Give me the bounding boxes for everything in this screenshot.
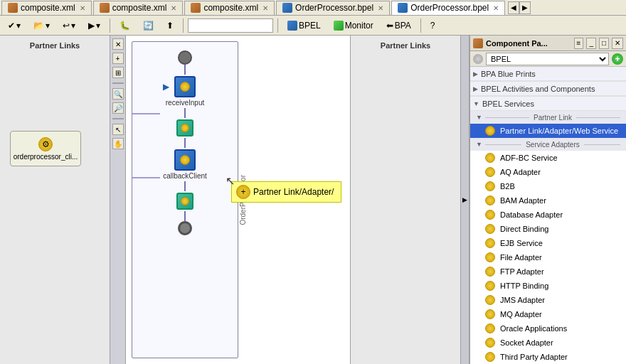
save-btn[interactable]: ✔ ▾ <box>3 18 26 33</box>
item-partner-link-web-service-icon <box>484 125 496 136</box>
tab-scroll-right[interactable]: ▶ <box>519 1 531 14</box>
flow-line-1 <box>184 65 186 75</box>
item-partner-link-web-service[interactable]: Partner Link/Adapter/Web Service <box>470 124 626 138</box>
save-dropdown[interactable]: ▾ <box>16 21 21 31</box>
tab-orderprocessor-1[interactable]: OrderProcessor.bpel ✕ <box>276 1 390 15</box>
assign2-activity[interactable] <box>176 193 193 210</box>
item-ftp-icon <box>484 266 496 277</box>
composite-icon-3 <box>191 3 201 13</box>
help-btn[interactable]: ? <box>425 18 440 33</box>
bpel-btn[interactable]: BPEL <box>282 18 326 33</box>
assign-gear <box>181 124 189 132</box>
tab-close-3[interactable]: ✕ <box>262 4 268 12</box>
item-ftp-label: FTP Adapter <box>500 267 544 276</box>
item-third-party-adapter[interactable]: Third Party Adapter <box>470 350 626 364</box>
run-dropdown[interactable]: ▾ <box>96 21 100 31</box>
monitor-btn[interactable]: Monitor <box>329 18 378 33</box>
canvas-fit-btn[interactable]: ⊞ <box>112 67 124 78</box>
toolbar-sep-2 <box>183 18 184 33</box>
canvas-zoom-out[interactable]: 🔎 <box>112 102 124 114</box>
start-event <box>178 50 192 65</box>
subsection-partner-link-arrow: ▼ <box>476 114 482 121</box>
collapse-arrow: ▶ <box>462 196 467 203</box>
refresh-btn[interactable]: 🔄 <box>138 18 159 33</box>
undo-btn[interactable]: ↩ ▾ <box>58 18 80 33</box>
item-ejb-service[interactable]: EJB Service <box>470 236 626 250</box>
item-http-binding[interactable]: HTTP Binding <box>470 279 626 293</box>
callback-activity[interactable]: callbackClient <box>163 149 207 180</box>
palette-close-btn[interactable]: ✕ <box>612 38 623 49</box>
item-adf-bc-label: ADF-BC Service <box>500 154 558 162</box>
item-partner-link-web-service-label: Partner Link/Adapter/Web Service <box>500 127 618 135</box>
item-oracle-applications[interactable]: Oracle Applications <box>470 321 626 336</box>
component-tree[interactable]: ▶ BPA Blue Prints ▶ BPEL Activities and … <box>470 67 626 364</box>
search-box[interactable] <box>188 18 273 33</box>
item-mq-adapter[interactable]: MQ Adapter <box>470 307 626 321</box>
tab-close-2[interactable]: ✕ <box>171 4 176 12</box>
section-bpel-services-header[interactable]: ▼ BPEL Services <box>470 97 626 111</box>
item-b2b[interactable]: B2B <box>470 179 626 193</box>
palette-dropdown[interactable]: BPEL <box>486 53 609 65</box>
section-bpa-header[interactable]: ▶ BPA Blue Prints <box>470 67 626 81</box>
tab-close-1[interactable]: ✕ <box>80 4 85 12</box>
subsection-service-adapters-label: Service Adapters <box>524 141 581 149</box>
item-aq-adapter[interactable]: AQ Adapter <box>470 165 626 179</box>
process-canvas[interactable]: ✕ + ⊞ 🔍 🔎 ↖ ✋ OrderProcessor <box>110 36 350 364</box>
debug-btn[interactable]: 🐛 <box>115 18 135 33</box>
item-third-party-icon <box>484 351 496 363</box>
item-ftp-adapter[interactable]: FTP Adapter <box>470 264 626 279</box>
partner-links-left: Partner Links ⚙ orderprocessor_cli... <box>0 36 110 364</box>
subsection-partner-link[interactable]: ▼ Partner Link <box>470 111 626 124</box>
canvas-sep-1 <box>112 82 124 84</box>
bpa-btn[interactable]: ⬅ BPA <box>381 18 416 33</box>
tab-composite-1[interactable]: composite.xml ✕ <box>1 1 92 15</box>
item-bam-adapter[interactable]: BAM Adapter <box>470 193 626 208</box>
undo-dropdown[interactable]: ▾ <box>71 21 75 31</box>
section-bpel-activities-arrow: ▶ <box>473 85 478 92</box>
tab-orderprocessor-2[interactable]: OrderProcessor.bpel ✕ <box>391 1 505 15</box>
item-adf-bc-service[interactable]: ADF-BC Service <box>470 151 626 165</box>
tab-composite-3[interactable]: composite.xml ✕ <box>184 1 275 15</box>
import-btn[interactable]: ⬆ <box>161 18 179 33</box>
callback-icon <box>174 149 196 171</box>
debug-icon: 🐛 <box>120 21 130 31</box>
tab-scroll-left[interactable]: ◀ <box>508 1 519 14</box>
search-input[interactable] <box>191 21 270 30</box>
tooltip-text: Partner Link/Adapter/ <box>253 187 334 197</box>
left-panel: Partner Links ⚙ orderprocessor_cli... ✕ … <box>0 36 469 364</box>
item-jms-adapter[interactable]: JMS Adapter <box>470 293 626 307</box>
canvas-zoom-in[interactable]: 🔍 <box>112 88 124 100</box>
tab-close-4[interactable]: ✕ <box>378 4 383 12</box>
toolbar-sep-1 <box>110 18 110 33</box>
item-database-adapter[interactable]: Database Adapter <box>470 208 626 222</box>
canvas-hand[interactable]: ✋ <box>112 138 124 149</box>
tab-close-5[interactable]: ✕ <box>493 4 499 12</box>
palette-menu-btn[interactable]: ≡ <box>574 38 584 49</box>
run-btn[interactable]: ▶ ▾ <box>83 18 105 33</box>
receive-activity[interactable]: ▶ receiveInput <box>166 76 204 107</box>
canvas-select[interactable]: ↖ <box>112 124 124 135</box>
subsection-divider-1 <box>485 117 529 118</box>
right-collapse-btn[interactable]: ▶ <box>460 36 469 364</box>
open-dropdown[interactable]: ▾ <box>46 21 50 31</box>
item-socket-adapter[interactable]: Socket Adapter <box>470 336 626 350</box>
palette-add-btn[interactable]: + <box>612 53 623 65</box>
open-btn[interactable]: 📂 ▾ <box>28 18 55 33</box>
item-jms-icon <box>484 294 496 306</box>
partner-node[interactable]: ⚙ orderprocessor_cli... <box>10 131 81 166</box>
item-aq-icon <box>484 166 496 178</box>
composite-icon-2 <box>100 3 110 13</box>
tooltip-icon: + <box>236 185 250 199</box>
item-direct-binding[interactable]: Direct Binding <box>470 222 626 236</box>
canvas-collapse-btn[interactable]: ✕ <box>112 38 124 50</box>
section-bpel-activities-header[interactable]: ▶ BPEL Activities and Components <box>470 82 626 96</box>
tab-composite-2[interactable]: composite.xml ✕ <box>93 1 184 15</box>
palette-minimize-btn[interactable]: _ <box>586 38 596 49</box>
palette-maximize-btn[interactable]: □ <box>599 38 609 49</box>
canvas-expand-btn[interactable]: + <box>112 53 124 64</box>
subsection-service-adapters[interactable]: ▼ Service Adapters <box>470 138 626 151</box>
item-file-adapter[interactable]: File Adapter <box>470 250 626 264</box>
assign-activity[interactable] <box>176 119 193 136</box>
bpel-icon-btn <box>287 21 297 31</box>
subsection-divider-3 <box>485 144 521 145</box>
